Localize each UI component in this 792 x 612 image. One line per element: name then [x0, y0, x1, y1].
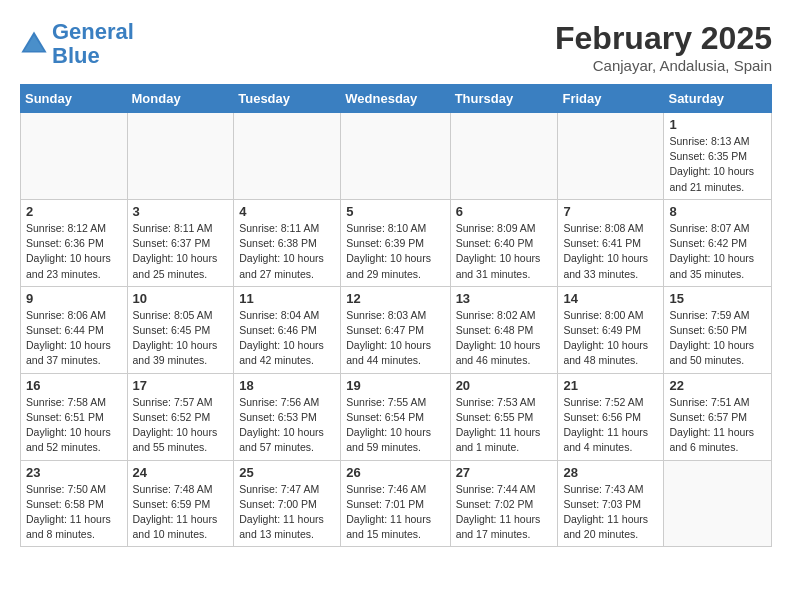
day-number: 28 — [563, 465, 658, 480]
day-info: Sunrise: 7:43 AM Sunset: 7:03 PM Dayligh… — [563, 482, 658, 543]
day-info: Sunrise: 7:59 AM Sunset: 6:50 PM Dayligh… — [669, 308, 766, 369]
day-info: Sunrise: 8:00 AM Sunset: 6:49 PM Dayligh… — [563, 308, 658, 369]
calendar-cell: 7Sunrise: 8:08 AM Sunset: 6:41 PM Daylig… — [558, 199, 664, 286]
logo-text: General Blue — [52, 20, 134, 68]
calendar-cell: 18Sunrise: 7:56 AM Sunset: 6:53 PM Dayli… — [234, 373, 341, 460]
day-number: 25 — [239, 465, 335, 480]
calendar-cell: 10Sunrise: 8:05 AM Sunset: 6:45 PM Dayli… — [127, 286, 234, 373]
calendar-cell — [450, 113, 558, 200]
month-title: February 2025 — [555, 20, 772, 57]
day-number: 15 — [669, 291, 766, 306]
calendar-cell — [21, 113, 128, 200]
page-header: General Blue February 2025 Canjayar, And… — [20, 20, 772, 74]
day-info: Sunrise: 7:52 AM Sunset: 6:56 PM Dayligh… — [563, 395, 658, 456]
day-info: Sunrise: 7:51 AM Sunset: 6:57 PM Dayligh… — [669, 395, 766, 456]
week-row-2: 9Sunrise: 8:06 AM Sunset: 6:44 PM Daylig… — [21, 286, 772, 373]
day-number: 6 — [456, 204, 553, 219]
calendar-cell: 24Sunrise: 7:48 AM Sunset: 6:59 PM Dayli… — [127, 460, 234, 547]
calendar-cell: 22Sunrise: 7:51 AM Sunset: 6:57 PM Dayli… — [664, 373, 772, 460]
day-info: Sunrise: 8:03 AM Sunset: 6:47 PM Dayligh… — [346, 308, 444, 369]
calendar-cell: 11Sunrise: 8:04 AM Sunset: 6:46 PM Dayli… — [234, 286, 341, 373]
weekday-header-friday: Friday — [558, 85, 664, 113]
day-number: 5 — [346, 204, 444, 219]
day-number: 10 — [133, 291, 229, 306]
day-number: 26 — [346, 465, 444, 480]
calendar-cell: 9Sunrise: 8:06 AM Sunset: 6:44 PM Daylig… — [21, 286, 128, 373]
calendar-cell: 4Sunrise: 8:11 AM Sunset: 6:38 PM Daylig… — [234, 199, 341, 286]
day-number: 11 — [239, 291, 335, 306]
day-number: 20 — [456, 378, 553, 393]
calendar-cell: 19Sunrise: 7:55 AM Sunset: 6:54 PM Dayli… — [341, 373, 450, 460]
day-number: 27 — [456, 465, 553, 480]
day-info: Sunrise: 7:56 AM Sunset: 6:53 PM Dayligh… — [239, 395, 335, 456]
calendar-cell: 20Sunrise: 7:53 AM Sunset: 6:55 PM Dayli… — [450, 373, 558, 460]
day-info: Sunrise: 7:44 AM Sunset: 7:02 PM Dayligh… — [456, 482, 553, 543]
calendar-cell: 6Sunrise: 8:09 AM Sunset: 6:40 PM Daylig… — [450, 199, 558, 286]
day-number: 14 — [563, 291, 658, 306]
day-number: 16 — [26, 378, 122, 393]
day-info: Sunrise: 8:06 AM Sunset: 6:44 PM Dayligh… — [26, 308, 122, 369]
day-info: Sunrise: 7:53 AM Sunset: 6:55 PM Dayligh… — [456, 395, 553, 456]
day-info: Sunrise: 7:46 AM Sunset: 7:01 PM Dayligh… — [346, 482, 444, 543]
day-info: Sunrise: 7:47 AM Sunset: 7:00 PM Dayligh… — [239, 482, 335, 543]
day-info: Sunrise: 8:08 AM Sunset: 6:41 PM Dayligh… — [563, 221, 658, 282]
day-info: Sunrise: 7:48 AM Sunset: 6:59 PM Dayligh… — [133, 482, 229, 543]
calendar-cell: 1Sunrise: 8:13 AM Sunset: 6:35 PM Daylig… — [664, 113, 772, 200]
week-row-4: 23Sunrise: 7:50 AM Sunset: 6:58 PM Dayli… — [21, 460, 772, 547]
calendar-cell: 27Sunrise: 7:44 AM Sunset: 7:02 PM Dayli… — [450, 460, 558, 547]
calendar-cell: 28Sunrise: 7:43 AM Sunset: 7:03 PM Dayli… — [558, 460, 664, 547]
day-info: Sunrise: 7:58 AM Sunset: 6:51 PM Dayligh… — [26, 395, 122, 456]
calendar-cell: 5Sunrise: 8:10 AM Sunset: 6:39 PM Daylig… — [341, 199, 450, 286]
calendar-cell — [234, 113, 341, 200]
day-info: Sunrise: 8:04 AM Sunset: 6:46 PM Dayligh… — [239, 308, 335, 369]
calendar-table: SundayMondayTuesdayWednesdayThursdayFrid… — [20, 84, 772, 547]
weekday-header-sunday: Sunday — [21, 85, 128, 113]
calendar-cell: 17Sunrise: 7:57 AM Sunset: 6:52 PM Dayli… — [127, 373, 234, 460]
calendar-cell: 15Sunrise: 7:59 AM Sunset: 6:50 PM Dayli… — [664, 286, 772, 373]
day-number: 7 — [563, 204, 658, 219]
week-row-0: 1Sunrise: 8:13 AM Sunset: 6:35 PM Daylig… — [21, 113, 772, 200]
calendar-cell: 16Sunrise: 7:58 AM Sunset: 6:51 PM Dayli… — [21, 373, 128, 460]
day-info: Sunrise: 8:10 AM Sunset: 6:39 PM Dayligh… — [346, 221, 444, 282]
day-number: 17 — [133, 378, 229, 393]
day-number: 12 — [346, 291, 444, 306]
day-info: Sunrise: 8:02 AM Sunset: 6:48 PM Dayligh… — [456, 308, 553, 369]
calendar-cell: 14Sunrise: 8:00 AM Sunset: 6:49 PM Dayli… — [558, 286, 664, 373]
day-info: Sunrise: 8:13 AM Sunset: 6:35 PM Dayligh… — [669, 134, 766, 195]
weekday-header-tuesday: Tuesday — [234, 85, 341, 113]
week-row-3: 16Sunrise: 7:58 AM Sunset: 6:51 PM Dayli… — [21, 373, 772, 460]
calendar-cell: 13Sunrise: 8:02 AM Sunset: 6:48 PM Dayli… — [450, 286, 558, 373]
day-number: 19 — [346, 378, 444, 393]
calendar-cell: 12Sunrise: 8:03 AM Sunset: 6:47 PM Dayli… — [341, 286, 450, 373]
day-info: Sunrise: 7:55 AM Sunset: 6:54 PM Dayligh… — [346, 395, 444, 456]
calendar-body: 1Sunrise: 8:13 AM Sunset: 6:35 PM Daylig… — [21, 113, 772, 547]
weekday-header-thursday: Thursday — [450, 85, 558, 113]
title-area: February 2025 Canjayar, Andalusia, Spain — [555, 20, 772, 74]
day-number: 2 — [26, 204, 122, 219]
calendar-cell — [558, 113, 664, 200]
calendar-cell — [127, 113, 234, 200]
calendar-cell: 23Sunrise: 7:50 AM Sunset: 6:58 PM Dayli… — [21, 460, 128, 547]
day-number: 3 — [133, 204, 229, 219]
weekday-header-saturday: Saturday — [664, 85, 772, 113]
location: Canjayar, Andalusia, Spain — [555, 57, 772, 74]
weekday-header-wednesday: Wednesday — [341, 85, 450, 113]
week-row-1: 2Sunrise: 8:12 AM Sunset: 6:36 PM Daylig… — [21, 199, 772, 286]
day-number: 23 — [26, 465, 122, 480]
calendar-cell: 3Sunrise: 8:11 AM Sunset: 6:37 PM Daylig… — [127, 199, 234, 286]
day-number: 9 — [26, 291, 122, 306]
day-info: Sunrise: 8:11 AM Sunset: 6:38 PM Dayligh… — [239, 221, 335, 282]
weekday-header-row: SundayMondayTuesdayWednesdayThursdayFrid… — [21, 85, 772, 113]
calendar-cell — [664, 460, 772, 547]
day-number: 4 — [239, 204, 335, 219]
calendar-cell: 25Sunrise: 7:47 AM Sunset: 7:00 PM Dayli… — [234, 460, 341, 547]
weekday-header-monday: Monday — [127, 85, 234, 113]
day-info: Sunrise: 8:11 AM Sunset: 6:37 PM Dayligh… — [133, 221, 229, 282]
day-info: Sunrise: 7:50 AM Sunset: 6:58 PM Dayligh… — [26, 482, 122, 543]
calendar-cell: 2Sunrise: 8:12 AM Sunset: 6:36 PM Daylig… — [21, 199, 128, 286]
day-info: Sunrise: 7:57 AM Sunset: 6:52 PM Dayligh… — [133, 395, 229, 456]
day-number: 13 — [456, 291, 553, 306]
day-number: 8 — [669, 204, 766, 219]
day-number: 22 — [669, 378, 766, 393]
day-info: Sunrise: 8:09 AM Sunset: 6:40 PM Dayligh… — [456, 221, 553, 282]
